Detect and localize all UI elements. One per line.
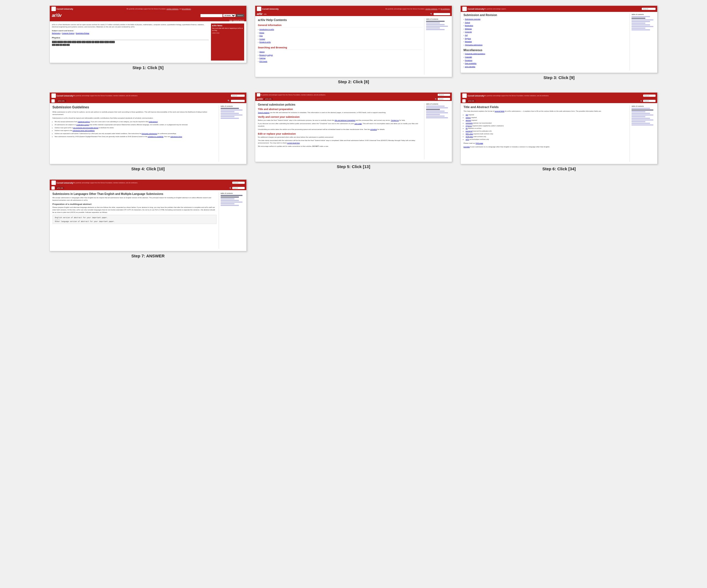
toc-title-6: table of contents <box>632 105 654 107</box>
searching-row-4: •RSS feeds <box>258 61 422 63</box>
translate-link[interactable]: translate <box>463 146 470 148</box>
search-button-1[interactable]: Search <box>236 14 244 17</box>
registered-link[interactable]: registered authors <box>78 121 90 123</box>
moderation-link[interactable]: Moderation <box>465 25 473 26</box>
cornell-label-2: Cornell University <box>262 8 279 10</box>
verify-text-3: Unsubmitting an article takes the articl… <box>258 128 422 131</box>
help-link[interactable]: Help <box>229 19 232 21</box>
step-3-toc: table of contents <box>630 13 654 70</box>
general-info-links: •Introduction to arXiv •Primer •FAQ •Con… <box>258 29 422 44</box>
user-page-link[interactable]: user page <box>355 123 362 125</box>
b-s-4: • <box>258 61 259 63</box>
license-link[interactable]: non-exclusive and irrevocable license <box>73 127 98 129</box>
search-6h[interactable] <box>643 95 655 97</box>
member-link-2[interactable]: member institutions <box>425 8 437 10</box>
contact-link[interactable]: Contact <box>259 38 265 40</box>
arxiv-info-tab-5[interactable]: arXiv info <box>264 98 273 100</box>
policies-title-5: General submission policies <box>258 103 422 106</box>
toc-5-4 <box>426 111 444 112</box>
field-arxiv-link[interactable]: arXiv <box>466 138 469 140</box>
tag-extra-2: econ <box>56 44 59 46</box>
identifier-link[interactable]: arXiv identifier <box>465 66 475 67</box>
latest-news-link[interactable]: Latest news <box>212 32 243 34</box>
search-input-4[interactable] <box>231 95 245 97</box>
terms-link[interactable]: submission terms and conditions <box>72 130 95 131</box>
help-link-row-2: •Primer <box>258 32 422 35</box>
toc-6-4 <box>632 113 650 114</box>
rss-link[interactable]: RSS feeds <box>259 61 267 62</box>
toc-5-6 <box>426 114 440 115</box>
metadata-link[interactable]: Metadata <box>465 41 472 42</box>
fields-select[interactable]: All fields <box>223 14 236 17</box>
field-abstract-link[interactable]: abstract <box>466 119 471 121</box>
search-input-7[interactable] <box>232 187 245 189</box>
toc-5-2 <box>426 107 448 108</box>
withdraw-link[interactable]: Withdraw <box>465 28 472 30</box>
toc-5-1 <box>426 106 444 107</box>
field-authors-link[interactable]: authors <box>466 117 471 118</box>
field-doi-link[interactable]: doi <box>466 128 468 129</box>
jref-link[interactable]: Jref <box>465 34 468 36</box>
faq-link-6[interactable]: FAQ page <box>476 142 483 144</box>
contact-link-5[interactable]: Contact us <box>391 119 399 121</box>
search-input-3[interactable] <box>642 8 655 10</box>
donate-link[interactable]: Donate to arXiv <box>259 41 271 43</box>
arxiv-nav-7: arXiv info 🔍 <box>50 186 246 190</box>
endorsement-link[interactable]: endorsement <box>149 121 158 123</box>
arxiv-nav-5: arXiv arXiv info 🔍 <box>255 97 452 101</box>
sub-overview-link[interactable]: Submission overview <box>465 18 480 20</box>
faq-link[interactable]: FAQ <box>259 35 263 36</box>
copyright-link[interactable]: Copyright <box>465 56 472 58</box>
search-7h[interactable] <box>232 182 245 184</box>
data-link[interactable]: Data availability <box>465 63 476 64</box>
catchup-link[interactable]: Catchup <box>259 57 265 59</box>
primer-link[interactable]: Primer <box>259 32 264 33</box>
contributors-link-2[interactable]: all contributors <box>441 8 450 10</box>
arxiv-info-tab-7[interactable]: arXiv info <box>56 187 64 189</box>
browse-link[interactable]: Browse by subject <box>259 54 273 56</box>
field-journal-link[interactable]: journal-ref <box>466 130 473 132</box>
field-msc-link[interactable]: MSC-class <box>466 133 473 135</box>
subject-cs[interactable]: Computer Science <box>62 32 74 34</box>
intro-link[interactable]: Introduction to arXiv <box>259 29 274 30</box>
toc-6-2 <box>632 109 653 111</box>
toc-7-2 <box>221 197 239 198</box>
cornell-label-4: Cornell University <box>57 95 73 97</box>
several-fields-link[interactable]: several fields <box>495 110 504 112</box>
title-meta-link[interactable]: title and abstract (metadata) <box>335 119 355 121</box>
search-input-6[interactable] <box>643 100 655 102</box>
field-acm-link[interactable]: ACM-class <box>466 136 473 137</box>
sub-row-9: •Third-party submissions <box>463 44 627 47</box>
all-contributors-link[interactable]: all contributors <box>182 8 191 10</box>
field-title-link[interactable]: title <box>466 114 468 115</box>
submit-link[interactable]: Submit <box>465 22 470 23</box>
subject-qbio[interactable]: Quantitative Biology <box>76 32 89 34</box>
crosslist-link[interactable]: Cross-list <box>465 31 472 33</box>
times-link[interactable]: submission times <box>170 136 182 137</box>
arxiv-info-tab-6[interactable]: arXiv info <box>467 100 475 102</box>
cornell-bear-icon-2 <box>257 7 261 11</box>
thirdparty-link-4[interactable]: third-party submissions <box>141 133 157 134</box>
faq-link-3[interactable]: Frequently asked questions <box>465 53 485 55</box>
thirdparty-link[interactable]: Third-party submissions <box>465 44 482 46</box>
field-report-link[interactable]: report-no <box>466 125 472 127</box>
search-input-5[interactable] <box>438 98 450 100</box>
donations-link[interactable]: Donations <box>465 60 472 61</box>
local-time-link[interactable]: current local time <box>287 142 300 144</box>
search-input-4b[interactable] <box>231 100 245 102</box>
step-6-content: Title and Abstract Fields This help docu… <box>461 103 657 164</box>
search-input-2[interactable] <box>434 13 450 15</box>
search-link[interactable]: Search <box>259 51 265 53</box>
advanced-search-link[interactable]: Advanced Search <box>233 19 244 21</box>
field-comments-link[interactable]: comments <box>466 122 473 124</box>
member-institutions-link[interactable]: member institutions <box>166 8 178 10</box>
search-engines-link[interactable]: Search engines <box>258 112 270 113</box>
subject-math[interactable]: Mathematics <box>52 32 61 34</box>
search-5h[interactable] <box>438 94 450 96</box>
schedule-link-5[interactable]: schedule <box>370 129 377 130</box>
moderation-link-4[interactable]: moderation system <box>76 124 89 126</box>
search-input-1[interactable] <box>200 14 223 17</box>
replace-link[interactable]: Replace <box>465 38 471 39</box>
arxiv-info-tab-4[interactable]: arXiv info <box>57 100 66 102</box>
schedule-link[interactable]: schedule for availability <box>148 136 163 137</box>
